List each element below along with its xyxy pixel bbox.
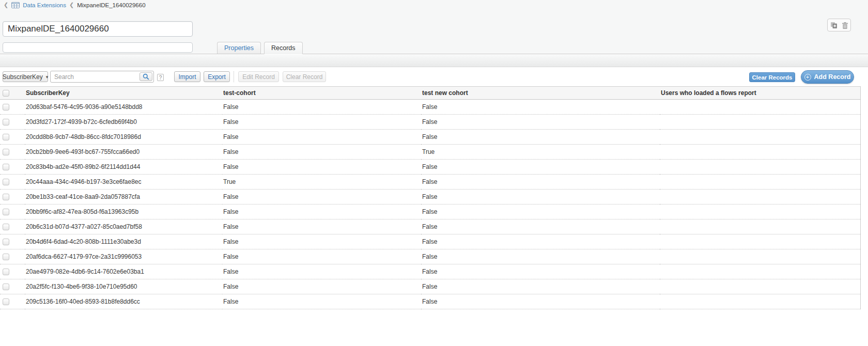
row-test-cohort: False [222,264,421,279]
plus-icon: + [804,74,811,81]
table-row: 20af6dca-6627-4179-97ce-2a31c9996053 Fal… [0,249,860,264]
column-header-users-flows-report[interactable]: Users who loaded a flows report [660,87,860,100]
table-row: 209c5136-16f0-40ed-8593-81b8fe8dd6cc Fal… [0,294,860,309]
breadcrumb-data-extensions-link[interactable]: Data Extensions [23,2,66,8]
row-checkbox[interactable] [3,149,9,155]
export-button[interactable]: Export [204,71,230,82]
row-subscriber-key: 20b6c31d-b07d-4377-a027-85c0aed7bf58 [25,219,222,234]
row-checkbox[interactable] [3,119,9,125]
row-checkbox[interactable] [3,284,9,290]
de-name-input[interactable] [3,21,193,37]
header-band: ❮ Data Extensions ❮ MixpanelDE_164002966… [0,0,868,54]
row-checkbox[interactable] [3,164,9,170]
row-test-cohort: False [222,234,421,249]
row-test-cohort: False [222,145,421,160]
toolbar-divider [234,71,234,82]
row-checkbox[interactable] [3,194,9,200]
row-checkbox[interactable] [3,269,9,275]
data-extension-grid-icon [11,2,20,8]
search-input[interactable] [54,72,136,81]
row-test-cohort: False [222,160,421,175]
chevron-down-icon: ▾ [46,74,49,80]
import-button[interactable]: Import [174,71,200,82]
table-row: 20a2f5fc-f130-4be6-9f38-10e710e95d60 Fal… [0,279,860,294]
breadcrumb: ❮ Data Extensions ❮ MixpanelDE_164002966… [4,2,146,8]
row-subscriber-key: 20af6dca-6627-4179-97ce-2a31c9996053 [25,249,222,264]
clear-record-button[interactable]: Clear Record [283,71,326,82]
row-test-cohort: True [222,175,421,190]
row-subscriber-key: 20bb9f6c-af82-47ea-805d-f6a13963c95b [25,205,222,219]
row-test-new-cohort: False [421,190,660,205]
header-actions [827,19,851,32]
help-icon[interactable]: ? [157,74,164,81]
row-test-cohort: False [222,100,421,115]
row-test-new-cohort: False [421,249,660,264]
row-test-cohort: False [222,130,421,145]
column-header-test-cohort[interactable]: test-cohort [222,87,421,100]
search-button[interactable] [140,72,152,81]
row-test-new-cohort: False [421,100,660,115]
row-test-new-cohort: False [421,294,660,309]
panel-divider [0,55,868,67]
data-extension-records-screen: ❮ Data Extensions ❮ MixpanelDE_164002966… [0,0,868,346]
table-row: 20cdd8b8-9cb7-48db-86cc-8fdc7018986d Fal… [0,130,860,145]
records-table-body: 20d63baf-5476-4c95-9036-a90e5148bdd8 Fal… [0,100,860,309]
row-users-flows-report [660,234,860,249]
row-test-cohort: False [222,205,421,219]
row-test-new-cohort: False [421,205,660,219]
clear-records-button[interactable]: Clear Records [749,72,795,82]
row-test-new-cohort: False [421,264,660,279]
row-checkbox[interactable] [3,104,9,111]
column-header-test-new-cohort[interactable]: test new cohort [421,87,660,100]
table-row: 20ae4979-082e-4db6-9c14-7602e6e03ba1 Fal… [0,264,860,279]
row-users-flows-report [660,219,860,234]
back-chevron-icon[interactable]: ❮ [4,2,8,8]
row-test-cohort: False [222,219,421,234]
row-users-flows-report [660,205,860,219]
tab-records[interactable]: Records [264,42,303,54]
row-subscriber-key: 20c83b4b-ad2e-45f0-89b2-6f2114dd1d44 [25,160,222,175]
row-test-cohort: False [222,249,421,264]
column-header-subscriberkey[interactable]: SubscriberKey [25,87,222,100]
row-subscriber-key: 20cdd8b8-9cb7-48db-86cc-8fdc7018986d [25,130,222,145]
breadcrumb-current: MixpanelDE_1640029660 [77,2,145,8]
row-test-cohort: False [222,190,421,205]
row-users-flows-report [660,249,860,264]
row-checkbox[interactable] [3,254,9,260]
row-users-flows-report [660,190,860,205]
row-subscriber-key: 20cb2bb9-9ee6-493f-bc67-755fcca66ed0 [25,145,222,160]
row-subscriber-key: 20ae4979-082e-4db6-9c14-7602e6e03ba1 [25,264,222,279]
table-row: 20bb9f6c-af82-47ea-805d-f6a13963c95b Fal… [0,205,860,219]
table-row: 20d3fd27-172f-4939-b72c-6cfedb69f4b0 Fal… [0,115,860,130]
edit-record-button[interactable]: Edit Record [238,71,279,82]
row-subscriber-key: 209c5136-16f0-40ed-8593-81b8fe8dd6cc [25,294,222,309]
row-test-cohort: False [222,279,421,294]
row-users-flows-report [660,264,860,279]
de-description-input[interactable] [3,42,193,53]
row-test-new-cohort: False [421,175,660,190]
field-selector-label: SubscriberKey [3,73,43,81]
row-test-new-cohort: True [421,145,660,160]
row-checkbox[interactable] [3,239,9,245]
row-users-flows-report [660,115,860,130]
row-test-cohort: False [222,115,421,130]
tab-properties[interactable]: Properties [217,42,261,54]
row-checkbox[interactable] [3,209,9,215]
field-selector-dropdown[interactable]: SubscriberKey ▾ [3,71,48,82]
select-all-checkbox[interactable] [3,90,9,97]
row-test-new-cohort: False [421,279,660,294]
row-subscriber-key: 20c44aaa-434c-4946-b197-3e3ce6fae8ec [25,175,222,190]
row-users-flows-report [660,294,860,309]
row-test-new-cohort: False [421,130,660,145]
breadcrumb-separator-icon: ❮ [69,2,74,8]
row-checkbox[interactable] [3,134,9,140]
row-checkbox[interactable] [3,224,9,230]
row-test-new-cohort: False [421,234,660,249]
add-record-button[interactable]: + Add Record [801,70,854,84]
row-checkbox[interactable] [3,298,9,305]
search-icon [143,73,149,80]
trash-icon[interactable] [842,22,848,29]
row-checkbox[interactable] [3,179,9,185]
row-users-flows-report [660,175,860,190]
copy-icon[interactable] [830,22,838,29]
